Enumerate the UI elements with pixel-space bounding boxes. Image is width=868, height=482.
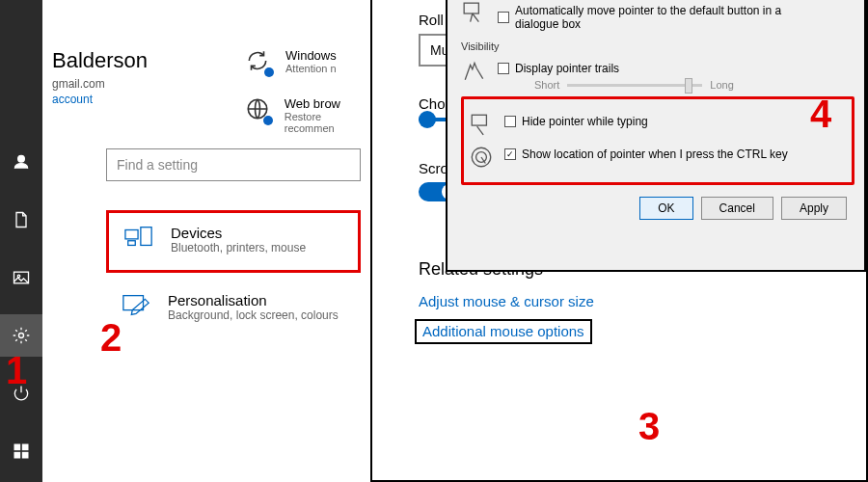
picture-icon[interactable] [0,256,42,299]
tile-sub: Background, lock screen, colours [168,308,339,322]
settings-home-panel: Balderson gmail.com account Windows Atte… [42,0,370,482]
rec-sub: Attention n [285,63,337,74]
snapto-checkbox[interactable] [498,12,509,23]
trails-slider-row: Short Long [534,79,854,91]
tile-devices[interactable]: Devices Bluetooth, printers, mouse [106,210,361,273]
hide-pointer-label: Hide pointer while typing [522,115,648,128]
ctrl-locate-label: Show location of pointer when I press th… [522,147,788,161]
ctrl-locate-icon [468,144,495,171]
sync-icon [245,48,272,75]
rec-title: Web brow [285,96,370,111]
trails-label: Display pointer trails [515,62,619,75]
snapto-icon [461,0,488,27]
mouse-properties-dialog: Automatically move pointer to the defaul… [446,0,866,272]
hide-pointer-checkbox[interactable] [504,116,516,127]
visibility-label: Visibility [461,40,854,52]
trails-checkbox[interactable] [498,63,509,74]
link-additional-mouse-options[interactable]: Additional mouse options [415,319,592,344]
snapto-row: Automatically move pointer to the defaul… [461,0,854,35]
recommendation-windows[interactable]: Windows Attention n [245,48,370,75]
hide-pointer-icon [468,111,495,138]
recommendation-browser[interactable]: Web brow Restore recommen [245,96,370,134]
trails-row: Display pointer trails Short Long [461,58,854,91]
trails-slider[interactable] [567,84,702,87]
annotation-3: 3 [638,405,660,448]
svg-rect-11 [128,241,136,246]
svg-point-3 [19,334,24,338]
ctrl-locate-checkbox[interactable] [504,148,516,160]
tile-sub: Bluetooth, printers, mouse [171,241,306,254]
svg-rect-14 [472,115,486,125]
devices-icon [124,225,153,254]
svg-rect-4 [14,444,21,451]
svg-rect-10 [141,228,151,246]
annotation-1: 1 [6,349,27,392]
tile-personalisation[interactable]: Personalisation Background, lock screen,… [106,292,361,322]
svg-rect-6 [14,452,21,459]
rec-title: Windows [285,48,337,63]
cancel-button[interactable]: Cancel [701,197,773,220]
tile-title: Personalisation [168,292,339,308]
user-icon[interactable] [0,141,42,183]
tile-title: Devices [171,225,306,241]
globe-icon [245,96,271,123]
document-icon[interactable] [0,199,42,241]
search-placeholder: Find a setting [117,157,198,173]
apply-button[interactable]: Apply [781,197,847,220]
annotation-2: 2 [100,316,122,360]
search-input[interactable]: Find a setting [106,148,361,181]
start-icon[interactable] [0,430,42,472]
highlighted-visibility-options: Hide pointer while typing Show location … [461,96,854,185]
ok-button[interactable]: OK [639,197,692,220]
taskbar [0,0,42,482]
rec-sub: Restore recommen [285,111,370,134]
annotation-4: 4 [810,93,831,136]
svg-point-0 [18,155,25,162]
personalisation-icon [122,292,150,321]
svg-rect-5 [22,444,29,451]
svg-rect-7 [22,452,29,459]
link-adjust-cursor[interactable]: Adjust mouse & cursor size [419,293,594,309]
trails-icon [461,58,488,85]
svg-rect-13 [464,3,478,13]
snapto-label: Automatically move pointer to the defaul… [515,4,824,31]
dialog-button-row: OK Cancel Apply [461,197,847,220]
svg-rect-9 [125,230,138,239]
